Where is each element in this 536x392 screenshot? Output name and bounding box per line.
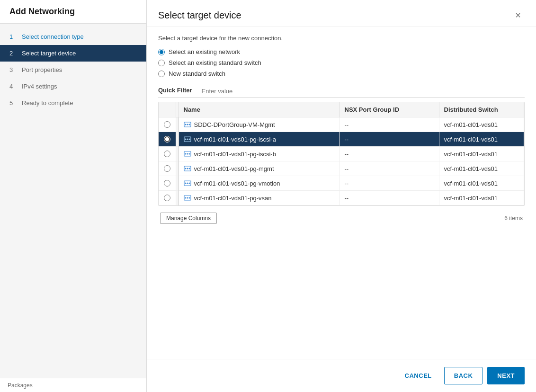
svg-point-15 bbox=[188, 168, 190, 169]
sidebar-step-1[interactable]: 1Select connection type bbox=[0, 28, 146, 45]
row-nsx-cell: -- bbox=[339, 191, 439, 205]
svg-point-10 bbox=[187, 153, 188, 155]
sidebar-bottom bbox=[0, 116, 146, 378]
radio-option-opt3[interactable]: New standard switch bbox=[158, 70, 525, 77]
row-name-cell: SDDC-DPortGroup-VM-Mgmt bbox=[179, 117, 339, 132]
table-row[interactable]: vcf-m01-cl01-vds01-pg-mgmt -- vcf-m01-cl… bbox=[159, 161, 524, 176]
row-name: vcf-m01-cl01-vds01-pg-vsan bbox=[194, 195, 272, 202]
row-ds-cell: vcf-m01-cl01-vds01 bbox=[439, 161, 524, 176]
quick-filter-input[interactable] bbox=[200, 87, 525, 96]
svg-point-11 bbox=[188, 153, 190, 155]
sidebar-steps: 1Select connection type2Select target de… bbox=[0, 24, 146, 116]
back-button[interactable]: BACK bbox=[444, 367, 483, 384]
dialog-title: Select target device bbox=[158, 10, 241, 21]
packages-bar: Packages bbox=[0, 378, 146, 392]
devices-table: Name NSX Port Group ID Distributed Switc… bbox=[159, 102, 524, 205]
row-name-cell: vcf-m01-cl01-vds01-pg-iscsi-a bbox=[179, 132, 339, 147]
radio-option-opt1[interactable]: Select an existing network bbox=[158, 48, 525, 55]
sidebar: Add Networking 1Select connection type2S… bbox=[0, 0, 147, 392]
row-name: vcf-m01-cl01-vds01-pg-vmotion bbox=[194, 180, 280, 187]
svg-point-14 bbox=[187, 168, 188, 169]
radio-label-opt1: Select an existing network bbox=[169, 48, 240, 55]
row-radio-cell[interactable] bbox=[159, 161, 176, 176]
table-footer: Manage Columns 6 items bbox=[158, 209, 525, 224]
row-nsx-cell: -- bbox=[339, 161, 439, 176]
radio-input-opt1[interactable] bbox=[158, 49, 165, 55]
step-label-1: Select connection type bbox=[22, 33, 84, 40]
packages-label: Packages bbox=[8, 382, 33, 389]
manage-columns-button[interactable]: Manage Columns bbox=[160, 213, 217, 224]
table-body: SDDC-DPortGroup-VM-Mgmt -- vcf-m01-cl01-… bbox=[159, 117, 524, 205]
row-ds-cell: vcf-m01-cl01-vds01 bbox=[439, 117, 524, 132]
row-radio-input[interactable] bbox=[164, 136, 170, 143]
table-header: Name NSX Port Group ID Distributed Switc… bbox=[159, 102, 524, 117]
row-ds-cell: vcf-m01-cl01-vds01 bbox=[439, 147, 524, 161]
network-icon bbox=[184, 179, 191, 187]
row-ds-cell: vcf-m01-cl01-vds01 bbox=[439, 132, 524, 147]
row-radio-input[interactable] bbox=[164, 121, 170, 128]
quick-filter-label: Quick Filter bbox=[158, 87, 192, 96]
svg-point-7 bbox=[188, 139, 190, 140]
sidebar-step-3: 3Port properties bbox=[0, 62, 146, 78]
radio-input-opt2[interactable] bbox=[158, 60, 165, 66]
network-icon bbox=[184, 121, 191, 128]
col-nsx-header: NSX Port Group ID bbox=[339, 102, 439, 117]
row-radio-cell[interactable] bbox=[159, 176, 176, 191]
connection-type-radio-group: Select an existing networkSelect an exis… bbox=[158, 48, 525, 77]
next-button[interactable]: NEXT bbox=[487, 367, 525, 384]
table-row[interactable]: vcf-m01-cl01-vds01-pg-iscsi-b -- vcf-m01… bbox=[159, 147, 524, 161]
sidebar-step-5: 5Ready to complete bbox=[0, 95, 146, 111]
radio-label-opt2: Select an existing standard switch bbox=[169, 59, 261, 66]
network-icon bbox=[184, 150, 191, 158]
row-radio-cell[interactable] bbox=[159, 132, 176, 147]
row-radio-input[interactable] bbox=[164, 151, 170, 157]
step-num-2: 2 bbox=[9, 50, 17, 57]
network-icon bbox=[184, 165, 191, 172]
row-radio-cell[interactable] bbox=[159, 117, 176, 132]
radio-label-opt3: New standard switch bbox=[169, 70, 225, 77]
radio-input-opt3[interactable] bbox=[158, 71, 165, 77]
row-name: vcf-m01-cl01-vds01-pg-iscsi-a bbox=[194, 136, 276, 143]
radio-option-opt2[interactable]: Select an existing standard switch bbox=[158, 59, 525, 66]
svg-point-2 bbox=[187, 124, 188, 125]
table-row[interactable]: vcf-m01-cl01-vds01-pg-iscsi-a -- vcf-m01… bbox=[159, 132, 524, 147]
svg-point-3 bbox=[188, 124, 190, 125]
svg-point-22 bbox=[187, 197, 188, 199]
item-count: 6 items bbox=[504, 215, 523, 222]
dialog-footer: CANCEL BACK NEXT bbox=[147, 359, 536, 392]
row-nsx-cell: -- bbox=[339, 176, 439, 191]
step-num-3: 3 bbox=[9, 66, 17, 73]
sidebar-step-2[interactable]: 2Select target device bbox=[0, 45, 146, 62]
close-button[interactable]: × bbox=[511, 9, 525, 22]
row-nsx-cell: -- bbox=[339, 147, 439, 161]
quick-filter-row: Quick Filter bbox=[158, 87, 525, 98]
row-radio-input[interactable] bbox=[164, 165, 170, 172]
col-ds-header: Distributed Switch bbox=[439, 102, 524, 117]
network-icon bbox=[184, 194, 191, 202]
row-nsx-cell: -- bbox=[339, 117, 439, 132]
row-name: vcf-m01-cl01-vds01-pg-mgmt bbox=[194, 165, 274, 172]
cancel-button[interactable]: CANCEL bbox=[397, 367, 439, 384]
step-label-4: IPv4 settings bbox=[22, 83, 57, 90]
table-row[interactable]: vcf-m01-cl01-vds01-pg-vsan -- vcf-m01-cl… bbox=[159, 191, 524, 205]
row-ds-cell: vcf-m01-cl01-vds01 bbox=[439, 191, 524, 205]
row-name-cell: vcf-m01-cl01-vds01-pg-vmotion bbox=[179, 176, 339, 191]
row-radio-cell[interactable] bbox=[159, 147, 176, 161]
dialog-subtitle: Select a target device for the new conne… bbox=[158, 35, 525, 42]
svg-point-1 bbox=[185, 124, 186, 125]
row-radio-cell[interactable] bbox=[159, 191, 176, 205]
svg-point-21 bbox=[185, 197, 186, 199]
table-row[interactable]: vcf-m01-cl01-vds01-pg-vmotion -- vcf-m01… bbox=[159, 176, 524, 191]
svg-point-19 bbox=[188, 183, 190, 184]
row-name-cell: vcf-m01-cl01-vds01-pg-iscsi-b bbox=[179, 147, 339, 161]
row-radio-input[interactable] bbox=[164, 195, 170, 201]
sidebar-title: Add Networking bbox=[0, 0, 146, 24]
row-radio-input[interactable] bbox=[164, 180, 170, 187]
dialog-body: Select a target device for the new conne… bbox=[147, 27, 536, 359]
svg-point-13 bbox=[185, 168, 186, 169]
step-label-2: Select target device bbox=[22, 50, 76, 57]
svg-point-18 bbox=[187, 183, 188, 184]
svg-point-9 bbox=[185, 153, 186, 155]
sidebar-step-4: 4IPv4 settings bbox=[0, 78, 146, 95]
table-row[interactable]: SDDC-DPortGroup-VM-Mgmt -- vcf-m01-cl01-… bbox=[159, 117, 524, 132]
